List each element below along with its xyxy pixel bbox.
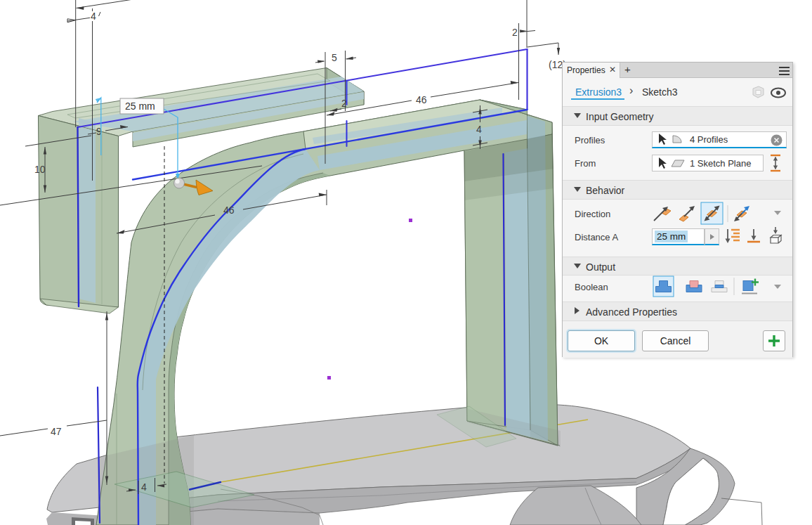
svg-text:4 Profiles: 4 Profiles — [690, 134, 728, 145]
svg-text:5: 5 — [332, 52, 337, 63]
svg-text:46: 46 — [223, 205, 235, 216]
svg-text:1 Sketch Plane: 1 Sketch Plane — [690, 158, 751, 169]
svg-text:4: 4 — [91, 11, 96, 22]
svg-text:47: 47 — [51, 426, 62, 437]
svg-text:4: 4 — [476, 124, 482, 135]
svg-text:2: 2 — [341, 98, 347, 109]
svg-text:2: 2 — [512, 27, 518, 38]
svg-text:10: 10 — [34, 164, 46, 175]
svg-text:4: 4 — [141, 481, 147, 493]
svg-text:25 mm: 25 mm — [125, 101, 155, 112]
svg-text:46: 46 — [416, 94, 427, 105]
